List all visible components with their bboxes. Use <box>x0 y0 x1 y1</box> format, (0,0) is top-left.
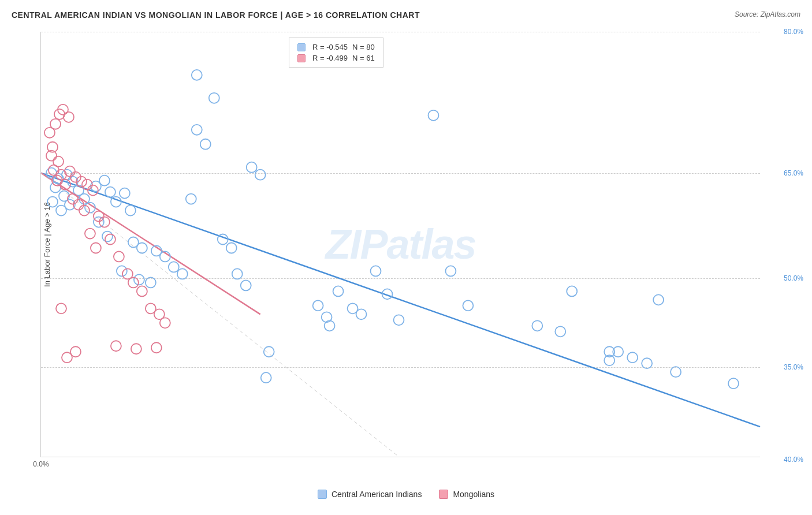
y-tick-35: 35.0% <box>784 363 803 371</box>
dot-blue <box>232 268 243 279</box>
dot-pink <box>91 243 101 253</box>
dot-pink <box>99 217 110 227</box>
dot-pink <box>131 344 141 354</box>
dot-pink <box>56 303 66 314</box>
dot-blue <box>47 197 58 207</box>
dot-pink <box>114 251 124 262</box>
dot-blue <box>105 187 116 197</box>
dot-blue <box>99 176 110 186</box>
legend-label-central: Central American Indians <box>331 490 422 499</box>
dot-blue <box>94 217 104 227</box>
dot-blue <box>428 110 438 121</box>
dot-pink <box>54 109 65 120</box>
dot-blue <box>247 162 257 173</box>
svg-rect-0 <box>41 32 760 457</box>
dot-pink <box>85 229 95 239</box>
dot-blue <box>241 280 251 290</box>
dot-blue <box>555 326 565 337</box>
dot-blue <box>192 70 202 80</box>
dot-blue <box>192 125 202 135</box>
dot-blue <box>445 266 456 276</box>
y-tick-80: 80.0% <box>784 28 803 36</box>
dot-pink <box>68 194 78 204</box>
dot-blue <box>371 266 381 276</box>
y-tick-50: 50.0% <box>784 274 803 282</box>
dot-blue <box>226 243 237 253</box>
y-tick-65: 65.0% <box>784 169 803 177</box>
legend-label-mongolians: Mongolians <box>453 490 494 499</box>
dot-blue <box>642 358 652 368</box>
legend-swatch-mongolians <box>439 490 448 499</box>
dot-blue <box>125 206 136 216</box>
chart-area: ZIPatlas 80.0% 65.0% 50.0% 35.0% 40.0% 0… <box>40 32 760 457</box>
dot-pink <box>94 211 104 222</box>
dot-pink <box>50 119 61 129</box>
dot-blue <box>261 372 271 383</box>
dot-blue <box>255 170 266 180</box>
dot-pink <box>128 277 139 288</box>
regression-line-blue <box>41 173 760 427</box>
dot-blue <box>333 286 344 296</box>
dot-blue <box>325 320 335 331</box>
dot-blue <box>56 206 66 216</box>
source-label: Source: ZipAtlas.com <box>735 10 800 18</box>
bottom-legend: Central American Indians Mongolians <box>318 490 494 499</box>
dot-blue <box>177 268 188 279</box>
chart-container: CENTRAL AMERICAN INDIAN VS MONGOLIAN IN … <box>0 0 812 515</box>
dot-blue <box>146 277 156 288</box>
dot-pink <box>151 342 162 353</box>
y-tick-40: 40.0% <box>784 456 803 464</box>
dot-blue <box>463 300 473 311</box>
dot-blue <box>134 274 144 285</box>
dot-blue <box>137 243 147 253</box>
dot-pink <box>105 234 116 245</box>
dot-blue <box>671 367 681 377</box>
dot-blue <box>653 294 664 305</box>
scatter-svg <box>41 32 760 457</box>
dot-blue <box>102 232 113 242</box>
dot-blue <box>117 266 127 276</box>
x-tick-0: 0.0% <box>33 460 49 468</box>
dot-blue <box>394 315 404 325</box>
dot-pink <box>58 105 68 115</box>
dot-blue <box>264 346 274 357</box>
legend-swatch-central <box>318 490 327 499</box>
reference-line <box>41 173 399 457</box>
dot-blue <box>567 286 577 296</box>
dot-blue <box>728 378 739 389</box>
dot-pink <box>62 352 72 363</box>
dot-blue <box>532 320 542 331</box>
dot-blue <box>209 93 219 103</box>
chart-title: CENTRAL AMERICAN INDIAN VS MONGOLIAN IN … <box>12 10 420 20</box>
dot-blue <box>169 262 179 272</box>
dot-blue <box>50 182 61 193</box>
dot-blue <box>111 197 121 207</box>
dot-pink <box>160 318 170 328</box>
dot-blue <box>627 352 638 363</box>
dot-pink <box>111 341 121 351</box>
dot-blue <box>218 234 228 245</box>
legend-item-mongolians: Mongolians <box>439 490 494 499</box>
dot-blue <box>186 194 196 204</box>
legend-item-central: Central American Indians <box>318 490 422 499</box>
dot-blue <box>200 139 211 150</box>
dot-blue <box>313 300 323 311</box>
dot-blue <box>120 188 130 199</box>
dot-pink <box>49 165 59 176</box>
dot-pink <box>65 166 75 177</box>
dot-pink <box>137 286 147 296</box>
dot-blue <box>356 309 367 319</box>
